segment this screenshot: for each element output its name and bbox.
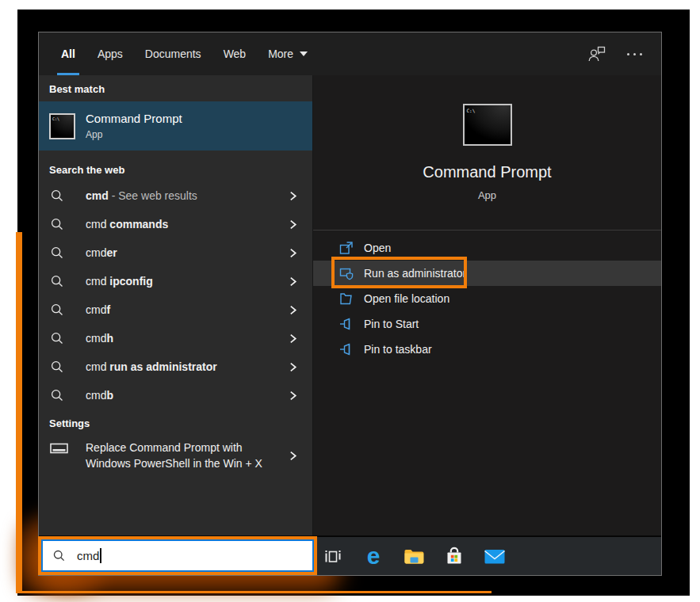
mail-icon[interactable] [484, 545, 506, 567]
section-settings: Settings [39, 417, 312, 429]
preview-app-type: App [313, 189, 661, 201]
chevron-right-icon[interactable] [288, 305, 298, 315]
best-match-type: App [86, 129, 182, 140]
search-icon [50, 274, 64, 288]
pin-to-start-button[interactable]: Pin to Start [313, 311, 661, 337]
search-icon [50, 388, 64, 402]
web-suggestion-row[interactable]: cmdf [39, 295, 312, 324]
task-view-icon[interactable] [322, 545, 344, 567]
best-match-title: Command Prompt [86, 112, 182, 125]
shield-window-icon [339, 266, 354, 280]
pin-icon [339, 342, 354, 356]
results-list: Best match C:\ Command Prompt App Search… [39, 75, 312, 535]
chevron-down-icon [300, 51, 308, 56]
search-icon [50, 217, 64, 231]
tab-apps[interactable]: Apps [96, 32, 124, 75]
chevron-right-icon[interactable] [288, 248, 298, 258]
search-icon [50, 246, 64, 260]
command-prompt-icon: C:\ [49, 113, 75, 139]
web-suggestion-row[interactable]: cmder [39, 238, 312, 267]
chevron-right-icon[interactable] [288, 451, 298, 461]
taskbar-search-input[interactable]: cmd [41, 539, 314, 572]
folder-icon [339, 291, 354, 306]
edge-icon[interactable]: e [362, 545, 384, 567]
tab-more[interactable]: More [266, 32, 309, 75]
search-icon [50, 303, 64, 317]
store-icon[interactable] [443, 545, 465, 567]
search-flyout-panel: All Apps Documents Web More Best match [38, 32, 662, 576]
suggestion-text: cmdf [86, 303, 288, 316]
search-icon [50, 189, 64, 203]
section-best-match: Best match [39, 83, 312, 95]
search-input-value: cmd [77, 549, 99, 562]
command-prompt-icon: C:\ [463, 104, 512, 146]
run-as-administrator-button[interactable]: Run as administrator [313, 261, 661, 286]
annotation-frame-left [16, 232, 22, 592]
file-explorer-icon[interactable] [403, 545, 425, 567]
pin-to-start-label: Pin to Start [364, 318, 419, 330]
annotation-search-box: cmd [38, 536, 317, 575]
preview-app-title: Command Prompt [313, 163, 661, 181]
suggestion-text: cmder [86, 246, 288, 259]
suggestion-text: cmd ipconfig [86, 275, 288, 288]
web-suggestion-row[interactable]: cmdh [39, 324, 312, 352]
settings-result-row[interactable]: Replace Command Prompt with Windows Powe… [39, 440, 312, 471]
open-label: Open [364, 242, 391, 254]
open-file-location-label: Open file location [364, 292, 449, 305]
suggestion-text: cmdb [86, 389, 288, 402]
divider [313, 230, 661, 231]
suggestion-text: cmd - See web results [86, 189, 288, 202]
pin-to-taskbar-button[interactable]: Pin to taskbar [313, 337, 661, 362]
preview-pane: C:\ Command Prompt App Open [312, 75, 661, 535]
suggestion-text: cmd run as administrator [86, 360, 288, 373]
chevron-right-icon[interactable] [288, 219, 298, 230]
chevron-right-icon[interactable] [288, 276, 298, 287]
annotation-frame-bottom [16, 591, 492, 593]
web-suggestion-row[interactable]: cmd run as administrator [39, 352, 312, 381]
chevron-right-icon[interactable] [288, 333, 298, 344]
pin-icon [339, 317, 354, 331]
open-file-location-button[interactable]: Open file location [313, 286, 661, 311]
web-suggestion-row[interactable]: cmd ipconfig [39, 267, 312, 295]
open-button[interactable]: Open [313, 235, 661, 261]
chevron-right-icon[interactable] [288, 391, 298, 401]
text-cursor [100, 548, 101, 563]
web-suggestion-row[interactable]: cmd - See web results [39, 181, 312, 210]
chevron-right-icon[interactable] [288, 191, 298, 201]
more-options-icon[interactable] [627, 53, 642, 55]
tab-web[interactable]: Web [222, 32, 248, 75]
section-search-the-web: Search the web [39, 164, 312, 176]
web-suggestions: cmd - See web results cmd commands [39, 181, 312, 410]
open-launch-icon [339, 241, 354, 255]
context-actions: Open Run as administrator [313, 235, 661, 362]
search-icon [50, 360, 64, 374]
web-suggestion-row[interactable]: cmdb [39, 381, 312, 410]
search-icon [52, 549, 66, 562]
settings-result-text: Replace Command Prompt with Windows Powe… [86, 440, 288, 471]
run-as-administrator-label: Run as administrator [364, 267, 466, 280]
search-icon [50, 331, 64, 345]
suggestion-text: cmdh [86, 332, 288, 345]
web-suggestion-row[interactable]: cmd commands [39, 210, 312, 238]
chevron-right-icon[interactable] [288, 362, 298, 372]
pin-to-taskbar-label: Pin to taskbar [364, 343, 432, 356]
tab-all[interactable]: All [59, 32, 77, 75]
tab-more-label: More [268, 48, 293, 60]
suggestion-text: cmd commands [86, 218, 288, 231]
best-match-result[interactable]: C:\ Command Prompt App [39, 101, 312, 150]
user-icon[interactable] [587, 46, 606, 62]
search-filter-tabs: All Apps Documents Web More [39, 32, 661, 75]
tab-documents[interactable]: Documents [143, 32, 203, 75]
window-bar-icon [50, 443, 69, 455]
